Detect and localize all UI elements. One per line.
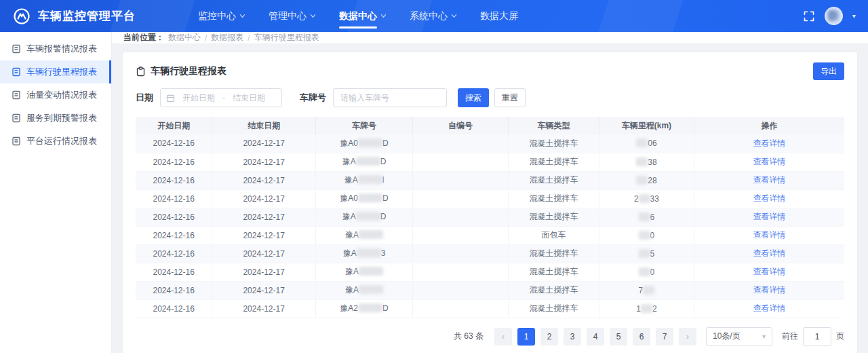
goto-page-input[interactable] xyxy=(803,327,831,346)
cell-mileage: 5 xyxy=(599,244,694,263)
page-title: 车辆行驶里程报表 xyxy=(136,65,226,77)
chevron-down-icon xyxy=(239,13,245,19)
cell-plate: 豫A2D xyxy=(315,299,412,318)
page-number-button[interactable]: 6 xyxy=(633,328,650,346)
table-row: 2024-12-16 2024-12-17 豫A0D 混凝土搅拌车 06 查看详… xyxy=(136,134,844,153)
sidebar-item[interactable]: 车辆报警情况报表 xyxy=(0,37,111,60)
view-details-link[interactable]: 查看详情 xyxy=(753,175,785,185)
mileage-table: 开始日期 结束日期 车牌号 自编号 车辆类型 车辆里程(km) 操作 2024-… xyxy=(136,117,844,318)
nav-menu-item[interactable]: 数据中心 xyxy=(339,0,387,32)
sidebar: 车辆报警情况报表 车辆行驶里程报表 油量变动情况报表 服务到期预警报表 xyxy=(0,32,112,353)
cell-self-no xyxy=(413,171,509,189)
breadcrumb-prefix: 当前位置： xyxy=(123,32,164,43)
redacted-mileage xyxy=(639,249,650,258)
redacted-plate xyxy=(359,267,383,276)
nav-menu-item-label: 数据中心 xyxy=(339,10,377,22)
view-details-link[interactable]: 查看详情 xyxy=(753,138,785,148)
view-details-link[interactable]: 查看详情 xyxy=(753,157,785,166)
nav-menu-item-label: 监控中心 xyxy=(198,10,236,22)
col-mileage: 车辆里程(km) xyxy=(599,117,694,134)
nav-menu-item[interactable]: 管理中心 xyxy=(269,0,316,32)
prev-page-button[interactable]: ‹ xyxy=(494,328,512,346)
breadcrumb-item[interactable]: 数据报表 xyxy=(211,32,243,43)
fullscreen-icon[interactable] xyxy=(803,10,815,22)
breadcrumb: 当前位置： 数据中心 / 数据报表 / 车辆行驶里程报表 xyxy=(112,32,868,44)
redacted-mileage xyxy=(639,212,650,221)
cell-start-date: 2024-12-16 xyxy=(136,299,212,318)
export-button[interactable]: 导出 xyxy=(813,62,844,80)
page-number-button[interactable]: 3 xyxy=(564,328,581,346)
col-self-no: 自编号 xyxy=(413,117,509,134)
chevron-down-icon xyxy=(451,13,457,19)
report-doc-icon xyxy=(12,113,21,123)
cell-mileage: 38 xyxy=(599,153,694,171)
cell-vehicle-type: 混凝土搅拌车 xyxy=(509,244,599,263)
sidebar-item-label: 车辆报警情况报表 xyxy=(26,43,97,55)
redacted-plate xyxy=(359,230,383,239)
nav-menu-item[interactable]: 监控中心 xyxy=(198,0,245,32)
cell-plate: 豫A0D xyxy=(315,134,412,153)
search-button[interactable]: 搜索 xyxy=(458,88,489,107)
cell-self-no xyxy=(413,244,509,263)
view-details-link[interactable]: 查看详情 xyxy=(753,267,785,276)
redacted-mileage xyxy=(641,304,652,313)
view-details-link[interactable]: 查看详情 xyxy=(753,303,785,313)
cell-self-no xyxy=(413,134,509,153)
plate-number-input[interactable] xyxy=(333,88,447,107)
cell-start-date: 2024-12-16 xyxy=(136,244,212,263)
start-date-input[interactable] xyxy=(178,93,220,103)
cell-start-date: 2024-12-16 xyxy=(136,134,212,153)
cell-start-date: 2024-12-16 xyxy=(136,153,212,171)
cell-vehicle-type: 混凝土搅拌车 xyxy=(509,153,599,171)
cell-plate: 豫A0D xyxy=(315,189,412,208)
view-details-link[interactable]: 查看详情 xyxy=(753,212,785,221)
nav-menu-item[interactable]: 数据大屏 xyxy=(480,0,528,32)
chevron-down-icon xyxy=(310,13,316,19)
cell-plate: 豫A xyxy=(315,226,412,244)
sidebar-item[interactable]: 服务到期预警报表 xyxy=(0,107,111,130)
cell-start-date: 2024-12-16 xyxy=(136,281,212,299)
view-details-link[interactable]: 查看详情 xyxy=(753,248,785,258)
user-avatar[interactable] xyxy=(825,7,843,25)
report-doc-icon xyxy=(12,67,21,77)
user-menu-caret-icon[interactable]: ▾ xyxy=(852,12,856,20)
cell-vehicle-type: 混凝土搅拌车 xyxy=(509,171,599,189)
cell-plate: 豫A xyxy=(315,263,412,281)
page-size-select[interactable]: 10条/页 ▾ xyxy=(706,327,772,346)
breadcrumb-item[interactable]: 数据中心 xyxy=(168,32,201,43)
cell-plate: 豫AD xyxy=(315,153,412,171)
navbar-right: ▾ xyxy=(803,7,856,25)
cell-self-no xyxy=(413,208,509,226)
view-details-link[interactable]: 查看详情 xyxy=(753,285,785,295)
next-page-button[interactable]: › xyxy=(679,328,696,346)
page-number-button[interactable]: 7 xyxy=(656,328,673,346)
cell-vehicle-type: 混凝土搅拌车 xyxy=(509,299,599,318)
filter-bar: 日期 - 车牌号 搜索 重置 xyxy=(136,88,844,107)
cell-vehicle-type: 混凝土搅拌车 xyxy=(509,134,599,153)
reset-button[interactable]: 重置 xyxy=(494,88,526,107)
brand: 车辆监控管理平台 xyxy=(12,7,136,26)
cell-mileage: 233 xyxy=(599,189,694,208)
nav-menu-item[interactable]: 系统中心 xyxy=(410,0,457,32)
sidebar-item[interactable]: 平台运行情况报表 xyxy=(0,130,111,153)
date-range-picker[interactable]: - xyxy=(160,88,282,107)
sidebar-item[interactable]: 油量变动情况报表 xyxy=(0,83,111,107)
cell-self-no xyxy=(413,263,509,281)
end-date-input[interactable] xyxy=(228,93,270,103)
view-details-link[interactable]: 查看详情 xyxy=(753,230,785,240)
sidebar-item-label: 服务到期预警报表 xyxy=(26,112,97,124)
chevron-down-icon: ▾ xyxy=(762,333,766,340)
report-doc-icon xyxy=(12,44,21,54)
col-type: 车辆类型 xyxy=(509,117,599,134)
cell-actions: 查看详情 xyxy=(694,226,844,244)
table-row: 2024-12-16 2024-12-17 豫A3 混凝土搅拌车 5 查看详情 xyxy=(136,244,844,263)
page-number-button[interactable]: 2 xyxy=(540,328,558,346)
table-row: 2024-12-16 2024-12-17 豫A 混凝土搅拌车 7 查看详情 xyxy=(136,281,844,299)
cell-start-date: 2024-12-16 xyxy=(136,171,212,189)
view-details-link[interactable]: 查看详情 xyxy=(753,193,785,203)
page-number-button[interactable]: 5 xyxy=(610,328,627,346)
sidebar-item[interactable]: 车辆行驶里程报表 xyxy=(0,60,111,83)
page-number-button[interactable]: 1 xyxy=(517,328,535,346)
page-number-button[interactable]: 4 xyxy=(587,328,604,346)
cell-plate: 豫A3 xyxy=(315,244,412,263)
